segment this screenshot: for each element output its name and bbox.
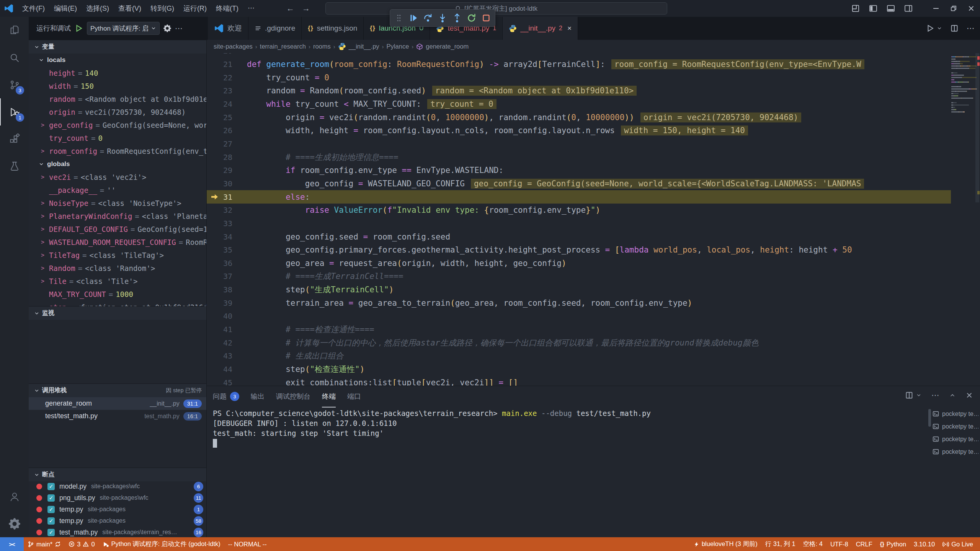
variable-row[interactable]: >Random=<class 'Random'> xyxy=(29,262,206,275)
code-line[interactable]: 27 xyxy=(207,137,951,151)
breadcrumb-item[interactable]: __init__.py xyxy=(349,43,379,50)
continue-button[interactable] xyxy=(408,13,418,23)
line-number[interactable]: 45 xyxy=(207,378,247,386)
line-number[interactable]: 32 xyxy=(207,205,247,215)
breadcrumb-item[interactable]: Pylance xyxy=(387,43,409,50)
terminal-instance[interactable]: pocketpy te… xyxy=(933,433,978,445)
line-number[interactable]: 33 xyxy=(207,219,247,228)
status-item[interactable]: CRLF xyxy=(852,537,876,551)
tab-.gdignore[interactable]: .gdignore xyxy=(248,17,302,40)
toggle-customize-layout-button[interactable] xyxy=(847,0,864,17)
line-number[interactable]: 21 xyxy=(207,60,247,69)
line-number[interactable]: 28 xyxy=(207,153,247,162)
variable-row[interactable]: >PlanetaryWindConfig=<class 'Planeta… xyxy=(29,210,206,223)
status-item[interactable]: UTF-8 xyxy=(826,537,852,551)
code-line[interactable]: 28 # ====生成初始地理信息==== xyxy=(207,150,951,164)
breadcrumb-item[interactable]: site-packages xyxy=(214,43,253,50)
status-item[interactable]: Python 调试程序: 启动文件 (godot-ldtk) xyxy=(99,537,224,551)
breadcrumb-item[interactable]: generate_room xyxy=(426,43,469,50)
status-item[interactable]: 空格: 4 xyxy=(799,537,826,551)
variable-row[interactable]: try_count=0 xyxy=(29,132,206,145)
code-line[interactable]: 30 geo_config = WASTELAND_GEO_CONFIGgeo_… xyxy=(207,177,951,191)
tab-[interactable]: 欢迎 xyxy=(208,17,248,40)
terminal-instance[interactable]: pocketpy te… xyxy=(933,445,978,458)
terminal-output[interactable]: PS C:\computer_science\godot-ldtk\site-p… xyxy=(213,408,930,448)
status-item[interactable]: 30 xyxy=(65,537,98,551)
menu-item[interactable]: ⋯ xyxy=(243,3,259,14)
variable-row[interactable]: >NoiseType=<class 'NoiseType'> xyxy=(29,197,206,210)
step-out-button[interactable] xyxy=(452,13,462,23)
code-line[interactable]: 24 while try_count < MAX_TRY_COUNT:try_c… xyxy=(207,98,951,111)
variable-row[interactable]: origin=vec2i(7205730, 9024468) xyxy=(29,106,206,119)
maximize-panel-button[interactable] xyxy=(949,392,956,398)
menu-item[interactable]: 选择(S) xyxy=(82,3,114,14)
restore-button[interactable] xyxy=(945,0,962,17)
line-number[interactable]: 23 xyxy=(207,86,247,95)
line-number[interactable]: 41 xyxy=(207,325,247,334)
code-line[interactable]: 45 exit_combinations:list[tuple[vec2i, v… xyxy=(207,376,951,386)
line-number[interactable]: 40 xyxy=(207,311,247,321)
breadcrumb-item[interactable]: terrain_research xyxy=(260,43,306,50)
status-item[interactable]: 3.10.10 xyxy=(910,537,939,551)
line-number[interactable]: 24 xyxy=(207,99,247,109)
line-number[interactable]: 20 xyxy=(207,53,247,55)
activity-search[interactable] xyxy=(0,44,29,71)
panel-tab-终端[interactable]: 终端 xyxy=(322,386,336,408)
more-actions-icon[interactable]: ⋯ xyxy=(967,24,975,33)
activity-account[interactable] xyxy=(0,483,29,510)
stop-button[interactable] xyxy=(481,13,491,23)
code-line[interactable]: 35 geo_config.primary_forces.geothermal_… xyxy=(207,243,951,257)
callstack-section-header[interactable]: 调用堆栈 因 step 已暂停 xyxy=(29,383,206,397)
line-number[interactable]: 39 xyxy=(207,298,247,308)
terminal-scrollbar[interactable] xyxy=(928,409,931,427)
code-line[interactable]: 37 # ====生成TerrainCell==== xyxy=(207,270,951,283)
step-into-button[interactable] xyxy=(438,13,448,23)
status-item[interactable]: {}Python xyxy=(876,537,910,551)
variable-row[interactable]: >WASTELAND_ROOM_REQUEST_CONFIG=RoomR… xyxy=(29,236,206,249)
activity-testing[interactable] xyxy=(0,153,29,180)
line-number[interactable]: 36 xyxy=(207,259,247,268)
minimize-button[interactable] xyxy=(927,0,945,17)
step-over-button[interactable] xyxy=(423,13,433,23)
variable-row[interactable]: MAX_TRY_COUNT=1000 xyxy=(29,288,206,301)
variable-row[interactable]: >geo_config=GeoConfig(seed=None, wor… xyxy=(29,119,206,132)
line-number[interactable]: 38 xyxy=(207,285,247,294)
breakpoint-checkbox[interactable]: ✓ xyxy=(47,494,55,502)
line-number[interactable]: 42 xyxy=(207,338,247,347)
line-number[interactable]: 34 xyxy=(207,232,247,241)
split-editor-button[interactable] xyxy=(951,24,958,32)
variable-row[interactable]: >TileTag=<class 'TileTag'> xyxy=(29,249,206,262)
breakpoint-checkbox[interactable]: ✓ xyxy=(47,483,55,490)
nav-back-icon[interactable]: ← xyxy=(286,4,294,13)
toggle-panel-bottom-button[interactable] xyxy=(882,0,900,17)
line-number[interactable]: 44 xyxy=(207,365,247,374)
menu-item[interactable]: 文件(F) xyxy=(18,3,49,14)
code-line[interactable]: 31 else: xyxy=(207,190,951,204)
panel-tab-端口[interactable]: 端口 xyxy=(347,386,361,408)
line-number[interactable]: 30 xyxy=(207,179,247,188)
drag-grip-button[interactable] xyxy=(394,13,404,23)
variable-row[interactable]: >room_config=RoomRequestConfig(env_t… xyxy=(29,145,206,158)
activity-debug[interactable]: 1 xyxy=(0,98,29,126)
code-editor[interactable]: 2021def generate_room(room_config: RoomR… xyxy=(207,53,980,386)
variables-section-header[interactable]: 变量 xyxy=(29,40,206,54)
line-number[interactable]: 29 xyxy=(207,166,247,175)
variable-row[interactable]: random=<Random object at 0x1bf9d01e… xyxy=(29,93,206,106)
toggle-panel-left-button[interactable] xyxy=(864,0,882,17)
breadcrumb-item[interactable]: rooms xyxy=(313,43,331,50)
tab-__init__.py[interactable]: __init__.py2× xyxy=(503,17,578,40)
activity-explorer[interactable] xyxy=(0,17,29,44)
variables-scope-locals[interactable]: locals xyxy=(29,54,206,67)
activity-settings[interactable] xyxy=(0,510,29,537)
more-actions-icon[interactable]: ⋯ xyxy=(175,24,183,33)
status-item[interactable]: Go Live xyxy=(939,537,977,551)
minimap[interactable] xyxy=(951,54,977,114)
code-line[interactable]: 41 # ====检查连通性==== xyxy=(207,323,951,336)
breakpoint-row[interactable]: ✓temp.pysite-packages1 xyxy=(29,504,206,515)
status-item[interactable]: -- NORMAL -- xyxy=(224,537,271,551)
line-number[interactable]: 37 xyxy=(207,272,247,281)
code-line[interactable]: 23 random = Random(room_config.seed)rand… xyxy=(207,84,951,98)
tab-close-icon[interactable]: × xyxy=(567,24,572,33)
panel-tab-调试控制台[interactable]: 调试控制台 xyxy=(276,386,310,408)
watch-section-header[interactable]: 监视 xyxy=(29,306,206,320)
